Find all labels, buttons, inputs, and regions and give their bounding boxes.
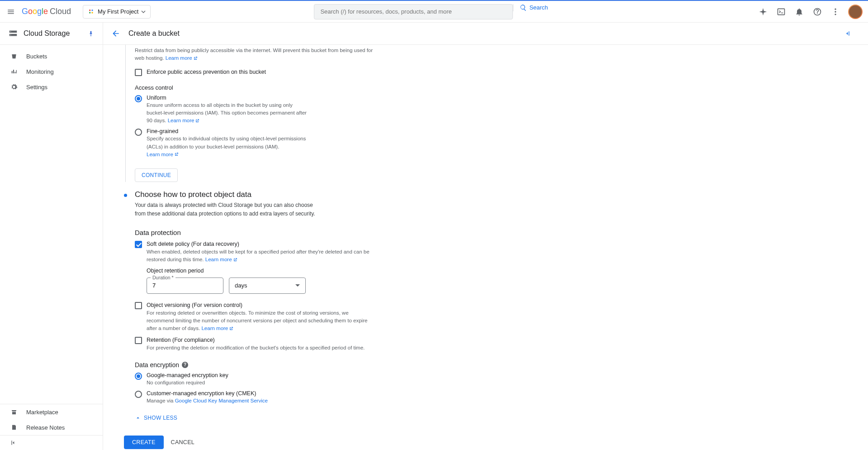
chevron-down-icon xyxy=(141,10,146,14)
gear-icon xyxy=(10,83,18,91)
step-indicator-dot xyxy=(124,194,127,197)
soft-delete-desc: When enabled, deleted objects will be ke… xyxy=(147,248,375,264)
chevron-up-icon xyxy=(135,415,141,421)
cloud-storage-icon xyxy=(8,29,18,38)
retention-period-label: Object retention period xyxy=(147,268,375,274)
sidebar-item-marketplace[interactable]: Marketplace xyxy=(0,404,103,420)
search-input[interactable] xyxy=(314,5,512,19)
sidebar-item-label: Marketplace xyxy=(26,409,58,416)
project-name: My First Project xyxy=(98,8,138,15)
uniform-desc: Ensure uniform access to all objects in … xyxy=(147,101,309,125)
sidebar-item-buckets[interactable]: Buckets xyxy=(0,48,103,64)
subheader: Cloud Storage Create a bucket xyxy=(0,23,868,45)
search-button[interactable]: Search xyxy=(512,4,554,11)
fine-grained-label: Fine-grained xyxy=(147,128,309,134)
cmek-radio[interactable] xyxy=(135,391,142,398)
protect-title: Choose how to protect object data xyxy=(135,190,375,199)
learn-more-link[interactable]: Learn more xyxy=(147,151,179,158)
learn-more-link[interactable]: Learn more xyxy=(205,256,237,263)
step-access-control: Restrict data from being publicly access… xyxy=(124,45,375,182)
versioning-desc: For restoring deleted or overwritten obj… xyxy=(147,309,375,333)
marketplace-icon xyxy=(10,408,18,416)
sidebar-item-label: Release Notes xyxy=(26,424,65,431)
fine-grained-desc: Specify access to individual objects by … xyxy=(147,135,309,158)
monitoring-icon xyxy=(10,68,18,75)
page-title: Create a bucket xyxy=(128,29,180,38)
google-key-radio[interactable] xyxy=(135,373,142,380)
svg-point-6 xyxy=(835,8,836,10)
svg-point-2 xyxy=(89,12,90,13)
continue-button[interactable]: CONTINUE xyxy=(135,168,178,182)
access-control-heading: Access control xyxy=(135,84,375,91)
cmek-label: Customer-managed encryption key (CMEK) xyxy=(147,390,268,397)
gemini-icon[interactable] xyxy=(758,6,768,17)
duration-unit-value: days xyxy=(235,282,247,289)
avatar[interactable] xyxy=(848,5,863,19)
product-name: Cloud Storage xyxy=(24,29,82,38)
enforce-public-access-label: Enforce public access prevention on this… xyxy=(147,69,266,75)
svg-rect-12 xyxy=(10,35,11,35)
kms-link[interactable]: Google Cloud Key Management Service xyxy=(175,398,268,403)
show-less-toggle[interactable]: SHOW LESS xyxy=(135,415,375,421)
more-icon[interactable] xyxy=(830,6,841,17)
sidebar-item-settings[interactable]: Settings xyxy=(0,79,103,95)
project-picker[interactable]: My First Project xyxy=(83,5,151,19)
data-protection-heading: Data protection xyxy=(135,229,375,236)
duration-input[interactable] xyxy=(152,282,218,289)
duration-float-label: Duration * xyxy=(151,275,175,280)
svg-rect-4 xyxy=(778,9,785,14)
google-key-label: Google-managed encryption key xyxy=(147,372,228,378)
versioning-checkbox[interactable] xyxy=(135,302,142,309)
form-scroll-area[interactable]: Restrict data from being publicly access… xyxy=(103,45,868,450)
sidebar-item-label: Monitoring xyxy=(26,68,54,75)
data-encryption-heading: Data encryption ? xyxy=(135,361,375,369)
chevron-down-icon xyxy=(295,284,300,287)
create-button[interactable]: CREATE xyxy=(124,436,164,449)
back-arrow-icon[interactable] xyxy=(111,29,120,38)
duration-field: Duration * xyxy=(147,278,223,294)
svg-point-1 xyxy=(91,10,93,11)
sidebar-item-monitoring[interactable]: Monitoring xyxy=(0,64,103,79)
uniform-radio[interactable] xyxy=(135,95,142,102)
enforce-public-access-checkbox[interactable] xyxy=(135,69,142,76)
step-protect-data: Choose how to protect object data Your d… xyxy=(124,190,375,421)
versioning-label: Object versioning (For version control) xyxy=(147,302,375,308)
help-tooltip-icon[interactable]: ? xyxy=(182,362,188,368)
menu-icon[interactable] xyxy=(5,6,16,17)
sidebar-item-label: Buckets xyxy=(26,53,47,60)
soft-delete-checkbox[interactable] xyxy=(135,241,142,248)
learn-more-link[interactable]: Learn more xyxy=(168,117,200,124)
cmek-desc: Manage via Google Cloud Key Management S… xyxy=(147,397,268,405)
soft-delete-label: Soft delete policy (For data recovery) xyxy=(147,241,375,247)
protect-desc: Your data is always protected with Cloud… xyxy=(135,201,320,218)
uniform-label: Uniform xyxy=(147,95,309,101)
sidebar-item-label: Settings xyxy=(26,84,47,91)
fine-grained-radio[interactable] xyxy=(135,129,142,136)
sidebar: Buckets Monitoring Settings Marketplace … xyxy=(0,45,103,450)
release-notes-icon xyxy=(10,424,18,431)
help-icon[interactable] xyxy=(812,6,823,17)
google-cloud-logo[interactable]: Google Cloud xyxy=(22,7,71,16)
search-icon xyxy=(519,4,526,11)
sidebar-item-release-notes[interactable]: Release Notes xyxy=(0,420,103,435)
retention-checkbox[interactable] xyxy=(135,337,142,344)
duration-unit-select[interactable]: days xyxy=(229,278,306,294)
learn-more-link[interactable]: Learn more xyxy=(201,325,233,332)
global-search xyxy=(313,4,512,19)
svg-point-7 xyxy=(835,11,836,12)
notifications-icon[interactable] xyxy=(794,6,805,17)
google-key-desc: No configuration required xyxy=(147,379,228,387)
cloud-shell-icon[interactable] xyxy=(776,6,787,17)
cancel-button[interactable]: CANCEL xyxy=(171,439,195,445)
svg-point-3 xyxy=(91,12,93,13)
collapse-panel-icon[interactable] xyxy=(844,30,854,37)
pin-icon[interactable] xyxy=(87,30,95,37)
learn-more-link[interactable]: Learn more xyxy=(166,54,198,62)
global-header: Google Cloud My First Project Search xyxy=(0,1,868,23)
retention-label: Retention (For compliance) xyxy=(147,337,365,343)
svg-rect-11 xyxy=(10,31,11,32)
collapse-sidebar-icon[interactable] xyxy=(10,439,93,446)
footer-actions: CREATE CANCEL xyxy=(124,436,375,449)
public-access-desc: Restrict data from being publicly access… xyxy=(135,47,375,62)
retention-desc: For preventing the deletion or modificat… xyxy=(147,344,365,352)
